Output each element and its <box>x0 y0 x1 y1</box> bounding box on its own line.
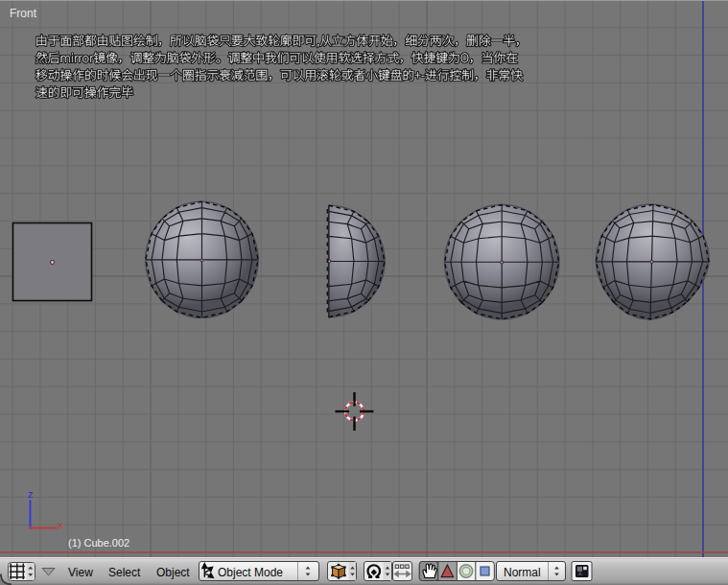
svg-text:x: x <box>58 519 63 530</box>
svg-text:z: z <box>28 488 34 500</box>
